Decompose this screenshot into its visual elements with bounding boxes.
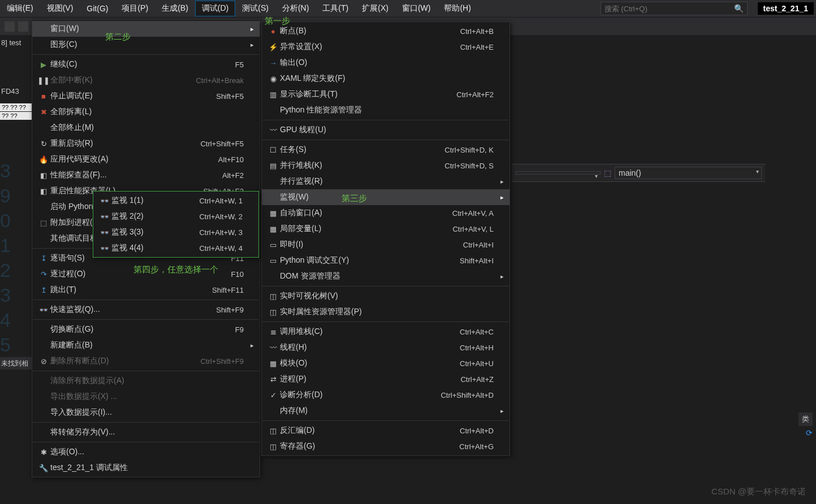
menu-item[interactable]: 👓监视 1(1)Ctrl+Alt+W, 1: [93, 193, 258, 208]
menu-item[interactable]: 图形(C): [32, 37, 260, 53]
method-icon: ⬚: [604, 168, 611, 177]
menu-item[interactable]: ◫实时可视化树(V): [262, 288, 510, 304]
menu-item[interactable]: 将转储另存为(V)...: [32, 424, 260, 440]
menu-item-shortcut: F10: [231, 270, 244, 279]
menu-item-icon: 👓: [98, 244, 111, 253]
menu-item-label: 全部中断(K): [50, 75, 110, 85]
menu-item[interactable]: →输出(O): [262, 55, 510, 71]
menu-item-icon: ↧: [37, 254, 50, 263]
menu-item[interactable]: 窗口(W): [32, 21, 260, 37]
menu-item[interactable]: 监视(W): [262, 189, 510, 205]
menu-item[interactable]: ✓诊断分析(D)Ctrl+Shift+Alt+D: [262, 387, 510, 403]
menu-item-icon: ▶: [37, 60, 50, 69]
menu-item[interactable]: ≣调用堆栈(C)Ctrl+Alt+C: [262, 324, 510, 340]
toolbar-icon[interactable]: [5, 21, 15, 32]
menu-item[interactable]: ●断点(B)Ctrl+Alt+B: [262, 23, 510, 39]
menu-analyze[interactable]: 分析(N): [275, 1, 316, 16]
menu-item[interactable]: ✖全部拆离(L): [32, 104, 260, 120]
menu-item[interactable]: ↷逐过程(O)F10: [32, 266, 260, 282]
menu-tools[interactable]: 工具(T): [316, 1, 355, 16]
menu-item[interactable]: 导入数据提示(I)...: [32, 405, 260, 420]
menu-help[interactable]: 帮助(H): [437, 1, 477, 16]
menu-item[interactable]: 👓监视 2(2)Ctrl+Alt+W, 2: [93, 208, 258, 224]
menu-window[interactable]: 窗口(W): [395, 1, 438, 16]
menu-item-shortcut: Ctrl+Alt+V, A: [452, 209, 494, 218]
menu-item[interactable]: 👓快速监视(Q)...Shift+F9: [32, 302, 260, 318]
menu-item[interactable]: 全部终止(M): [32, 120, 260, 136]
menu-item-shortcut: Ctrl+Alt+W, 3: [199, 228, 243, 237]
menu-item[interactable]: ▥显示诊断工具(T)Ctrl+Alt+F2: [262, 86, 510, 102]
menu-item[interactable]: ✱选项(O)...: [32, 444, 260, 460]
menu-item[interactable]: DOM 资源管理器: [262, 268, 510, 284]
menu-item[interactable]: ▶继续(C)F5: [32, 57, 260, 72]
menu-item[interactable]: ▭Python 调试交互(Y)Shift+Alt+I: [262, 253, 510, 268]
menu-item-label: 监视 1(1): [111, 195, 161, 206]
menu-build[interactable]: 生成(B): [155, 1, 195, 16]
menu-item[interactable]: ◫寄存器(G)Ctrl+Alt+G: [262, 438, 510, 454]
menu-item-label: 停止调试(E): [50, 91, 110, 101]
menu-item[interactable]: ◧性能探查器(F)...Alt+F2: [32, 167, 260, 183]
menu-item-label: 继续(C): [50, 59, 94, 69]
menu-item[interactable]: 并行监视(R): [262, 173, 510, 189]
menu-item-label: 将转储另存为(V)...: [50, 427, 132, 437]
menu-item[interactable]: 👓监视 3(3)Ctrl+Alt+W, 3: [93, 224, 258, 240]
menu-item[interactable]: ⚡异常设置(X)Ctrl+Alt+E: [262, 39, 510, 55]
menu-view[interactable]: 视图(V): [40, 1, 80, 16]
menu-item[interactable]: 新建断点(B): [32, 337, 260, 353]
menu-item[interactable]: ◫实时属性资源管理器(P): [262, 304, 510, 320]
menu-item[interactable]: ■停止调试(E)Shift+F5: [32, 88, 260, 104]
unknown-bytes: ?? ?? ??: [0, 103, 34, 111]
menu-item: 导出数据提示(X) ...: [32, 389, 260, 405]
menu-item-icon: 👓: [98, 197, 111, 205]
search-box[interactable]: 🔍: [601, 2, 748, 15]
menu-item-icon: ◫: [266, 442, 280, 451]
menu-item-icon: ↷: [37, 270, 50, 279]
menu-item[interactable]: ◉XAML 绑定失败(F): [262, 71, 510, 86]
menu-git[interactable]: Git(G): [80, 1, 115, 16]
menu-item-label: 显示诊断工具(T): [280, 89, 355, 99]
menu-item-label: DOM 资源管理器: [280, 271, 357, 281]
menu-item[interactable]: ▦模块(O)Ctrl+Alt+U: [262, 355, 510, 371]
menu-extensions[interactable]: 扩展(X): [355, 1, 395, 16]
menu-item-icon: ⚡: [266, 43, 280, 51]
menu-item[interactable]: 🔧test_2_21_1 调试属性: [32, 460, 260, 476]
menu-debug[interactable]: 调试(D): [195, 1, 235, 16]
menu-item[interactable]: ▭即时(I)Ctrl+Alt+I: [262, 237, 510, 253]
status-fragment: 未找到相: [0, 357, 34, 370]
menu-project[interactable]: 项目(P): [115, 1, 155, 16]
menu-item[interactable]: ▦局部变量(L)Ctrl+Alt+V, L: [262, 221, 510, 237]
menu-item[interactable]: ⇄进程(P)Ctrl+Alt+Z: [262, 371, 510, 387]
menu-item[interactable]: 👓监视 4(4)Ctrl+Alt+W, 4: [93, 240, 258, 256]
menu-item[interactable]: ▤并行堆栈(K)Ctrl+Shift+D, S: [262, 158, 510, 173]
menu-item[interactable]: ◫反汇编(D)Ctrl+Alt+D: [262, 423, 510, 438]
menu-item[interactable]: 〰GPU 线程(U): [262, 122, 510, 138]
menu-item-shortcut: Ctrl+Alt+H: [460, 344, 494, 352]
menu-item[interactable]: ☐任务(S)Ctrl+Shift+D, K: [262, 142, 510, 158]
method-select[interactable]: main(): [615, 167, 762, 179]
scope-select[interactable]: [516, 171, 601, 175]
watch-submenu: 👓监视 1(1)Ctrl+Alt+W, 1👓监视 2(2)Ctrl+Alt+W,…: [93, 191, 259, 258]
menu-item-shortcut: Ctrl+Shift+F5: [200, 140, 244, 148]
menu-item[interactable]: ▦自动窗口(A)Ctrl+Alt+V, A: [262, 205, 510, 221]
menu-item-shortcut: Shift+Alt+I: [460, 257, 494, 265]
menubar: 编辑(E) 视图(V) Git(G) 项目(P) 生成(B) 调试(D) 测试(…: [0, 0, 816, 17]
menu-item-label: 并行堆栈(K): [280, 160, 339, 171]
menu-item[interactable]: ↥跳出(T)Shift+F11: [32, 282, 260, 298]
menu-item-label: 异常设置(X): [280, 42, 339, 52]
menu-test[interactable]: 测试(S): [235, 1, 275, 16]
toolbar-icon[interactable]: [18, 21, 28, 32]
debug-window-submenu: ●断点(B)Ctrl+Alt+B⚡异常设置(X)Ctrl+Alt+E→输出(O)…: [261, 21, 510, 456]
search-input[interactable]: [605, 5, 734, 13]
menu-item[interactable]: 〰线程(H)Ctrl+Alt+H: [262, 340, 510, 355]
menu-edit[interactable]: 编辑(E): [0, 1, 40, 16]
menu-item-label: 自动窗口(A): [280, 208, 339, 218]
menu-item-icon: ❚❚: [37, 76, 50, 85]
menu-item[interactable]: ↻重新启动(R)Ctrl+Shift+F5: [32, 136, 260, 151]
refresh-icon[interactable]: ⟳: [806, 428, 813, 437]
menu-item-label: 模块(O): [280, 358, 324, 368]
menu-item[interactable]: Python 性能资源管理器: [262, 102, 510, 118]
menu-item[interactable]: 切换断点(G)F9: [32, 321, 260, 337]
menu-item-icon: ◫: [266, 308, 280, 316]
menu-item[interactable]: 内存(M): [262, 403, 510, 419]
menu-item[interactable]: 🔥应用代码更改(A)Alt+F10: [32, 151, 260, 167]
